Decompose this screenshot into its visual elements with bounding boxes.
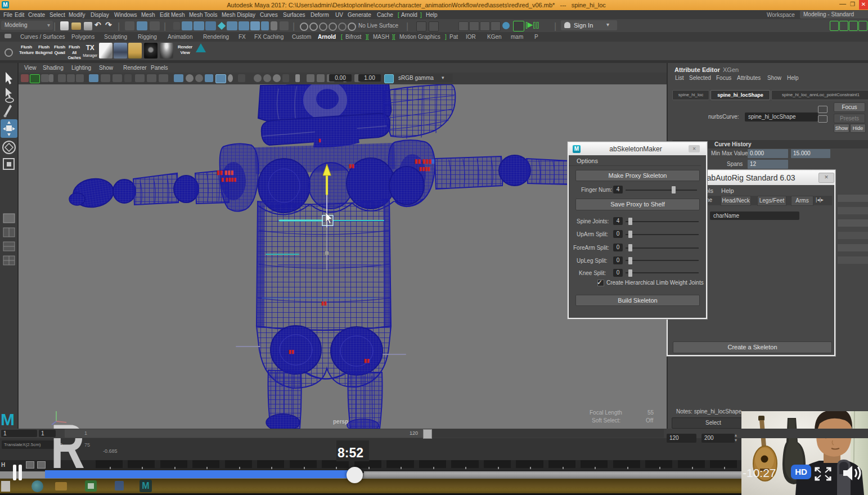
svg-text:▮▮: ▮▮	[321, 300, 327, 306]
svg-text:▮▮: ▮▮	[364, 358, 370, 363]
svg-text:▮▮ ▮▮▮▮: ▮▮ ▮▮▮▮	[415, 158, 435, 164]
svg-text:▮: ▮	[318, 138, 321, 143]
svg-text:▮▮: ▮▮	[289, 349, 294, 354]
svg-text:▮▮▮▮: ▮▮▮▮	[419, 166, 430, 172]
svg-text:▮▮ ▮▮▮: ▮▮ ▮▮▮	[217, 169, 233, 176]
svg-text:▮▮: ▮▮	[349, 163, 354, 169]
svg-text:▮ ▮▮▮▮: ▮ ▮▮▮▮	[221, 177, 236, 182]
